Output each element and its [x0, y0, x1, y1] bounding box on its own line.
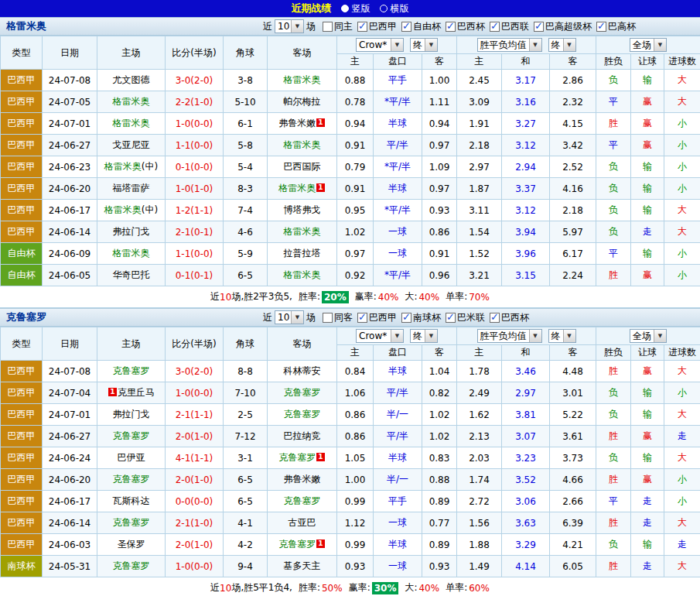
- league-checkbox-4-box[interactable]: [534, 22, 544, 32]
- league-checkbox-0-box[interactable]: [357, 22, 367, 32]
- same-venue-checkbox[interactable]: 同客: [323, 311, 353, 324]
- home-team: 克鲁塞罗: [97, 361, 166, 382]
- same-venue-checkbox-box[interactable]: [323, 22, 333, 32]
- scope-select-value: 全场: [630, 330, 654, 343]
- asia-away-odds: 0.91: [422, 243, 457, 265]
- league-checkbox-1-box[interactable]: [401, 22, 411, 32]
- summary-record: 场,胜2平3负5,: [231, 290, 292, 303]
- match-row: 自由杯24-06-09格雷米奥1-1(0-0)5-9拉普拉塔0.97一球0.91…: [1, 243, 700, 265]
- league-checkbox-0[interactable]: 巴西甲: [357, 311, 397, 324]
- euro-away-odds: 3.61: [550, 426, 596, 447]
- league-checkbox-2[interactable]: 巴米联: [446, 311, 485, 324]
- league-checkbox-2-box[interactable]: [446, 22, 456, 32]
- chevron-down-icon: ▼: [291, 311, 303, 324]
- league-checkbox-3[interactable]: 巴西联: [490, 20, 529, 33]
- scope-select[interactable]: 全场▼: [630, 329, 667, 343]
- sub-header-0: 主: [337, 345, 374, 361]
- away-team-name: 弗鲁米嫩: [284, 474, 321, 485]
- home-team-name: 格雷米奥: [113, 248, 150, 259]
- stat-label: 单率:: [446, 581, 467, 594]
- euro-draw-odds: 3.23: [502, 447, 550, 469]
- match-count-select[interactable]: 10▼: [275, 19, 304, 33]
- league-checkbox-3-box[interactable]: [490, 22, 500, 32]
- same-venue-checkbox[interactable]: 同主: [323, 20, 353, 33]
- goals-result: 大: [664, 361, 700, 382]
- league-checkbox-1-box[interactable]: [401, 313, 411, 323]
- stat-value: 40%: [378, 292, 399, 303]
- league-checkbox-3[interactable]: 巴西杯: [490, 311, 529, 324]
- handicap-result: 输: [631, 70, 664, 91]
- goals-result: 大: [664, 91, 700, 113]
- asia-home-odds: 0.92: [337, 265, 374, 286]
- sub-header-5: 客: [550, 54, 596, 70]
- euro-home-odds: 2.72: [457, 491, 502, 512]
- asia-away-odds: 0.97: [422, 135, 457, 156]
- home-team: 格雷米奥(中): [97, 200, 166, 221]
- asia-handicap: 一球: [374, 512, 422, 534]
- asia-home-odds: 0.97: [337, 243, 374, 265]
- league-checkbox-2-box[interactable]: [446, 313, 456, 323]
- league-checkbox-4-label: 巴高超级杯: [545, 20, 592, 33]
- euro-home-odds: 1.52: [457, 243, 502, 265]
- handicap-result: 输: [631, 534, 664, 556]
- chevron-down-icon: ▼: [391, 330, 403, 342]
- away-team-name: 弗鲁米嫩: [278, 118, 316, 128]
- radio-horizontal-label[interactable]: 横版: [391, 2, 409, 15]
- goals-result: 大: [664, 556, 700, 577]
- league-checkbox-1[interactable]: 南球杯: [401, 311, 441, 324]
- match-score: 0-1(0-0): [166, 156, 224, 178]
- radio-vertical-label[interactable]: 竖版: [352, 2, 370, 15]
- match-type: 巴西甲: [1, 469, 43, 491]
- europe-odds-select[interactable]: 胜平负均值▼: [477, 38, 542, 52]
- euro-draw-odds: 3.15: [502, 265, 550, 286]
- home-team: 格雷米奥: [97, 91, 166, 113]
- wdl-result: 平: [596, 491, 631, 512]
- layout-radio-vertical[interactable]: 竖版: [341, 2, 370, 15]
- summary-bar: 近10场,胜5平1负4, 胜率:50%赢率:30%大:40%单率:60%: [0, 577, 700, 596]
- league-checkbox-1[interactable]: 自由杯: [401, 20, 441, 33]
- home-team: 戈亚尼亚: [97, 135, 166, 156]
- stat-value: 30%: [372, 582, 399, 594]
- odds-stage-select[interactable]: 终▼: [410, 38, 438, 52]
- home-team: 巴伊亚: [97, 447, 166, 469]
- odds-company-select[interactable]: Crow*▼: [356, 38, 404, 52]
- match-date: 24-06-14: [43, 221, 97, 243]
- wdl-result: 负: [596, 156, 631, 178]
- stat-label: 赢率:: [355, 290, 377, 303]
- asia-home-odds: 1.12: [337, 512, 374, 534]
- league-checkbox-5[interactable]: 巴高杯: [596, 20, 636, 33]
- asia-home-odds: 1.02: [337, 221, 374, 243]
- radio-selected-icon[interactable]: [341, 5, 349, 12]
- league-checkbox-3-box[interactable]: [490, 313, 500, 323]
- match-score: 1-1(0-0): [166, 243, 224, 265]
- red-card-badge: 1: [316, 453, 324, 461]
- summary-near: 近: [210, 290, 220, 303]
- league-checkbox-4[interactable]: 巴高超级杯: [534, 20, 592, 33]
- euro-home-odds: 1.62: [457, 404, 502, 426]
- match-score: 3-0(2-0): [166, 70, 224, 91]
- asia-home-odds: 0.79: [337, 156, 374, 178]
- home-team: 华奇巴托: [97, 265, 166, 286]
- away-team-name: 巴拉纳竞: [284, 430, 321, 441]
- odds-company-select[interactable]: Crow*▼: [356, 329, 404, 343]
- away-team: 克鲁塞罗: [268, 382, 337, 404]
- layout-radio-horizontal[interactable]: 横版: [380, 2, 409, 15]
- europe-odds-select[interactable]: 胜平负均值▼: [477, 329, 542, 343]
- asia-handicap: 半球: [374, 447, 422, 469]
- league-checkbox-5-box[interactable]: [596, 22, 606, 32]
- radio-unselected-icon[interactable]: [380, 5, 388, 12]
- league-checkbox-0[interactable]: 巴西甲: [357, 20, 397, 33]
- match-count-select[interactable]: 10▼: [275, 310, 304, 324]
- scope-select[interactable]: 全场▼: [630, 38, 667, 52]
- europe-stage-select[interactable]: 终▼: [548, 329, 576, 343]
- odds-stage-select[interactable]: 终▼: [410, 329, 438, 343]
- europe-odds-header: 胜平负均值▼终▼: [457, 327, 596, 345]
- match-type: 自由杯: [1, 243, 43, 265]
- same-venue-checkbox-box[interactable]: [323, 313, 333, 323]
- league-checkbox-2[interactable]: 巴西杯: [446, 20, 485, 33]
- league-checkbox-0-box[interactable]: [357, 313, 367, 323]
- corner-score: 2-5: [224, 404, 268, 426]
- sub-header-7: 让球: [631, 54, 664, 70]
- europe-stage-select[interactable]: 终▼: [548, 38, 576, 52]
- col-header-home: 主场: [97, 327, 166, 361]
